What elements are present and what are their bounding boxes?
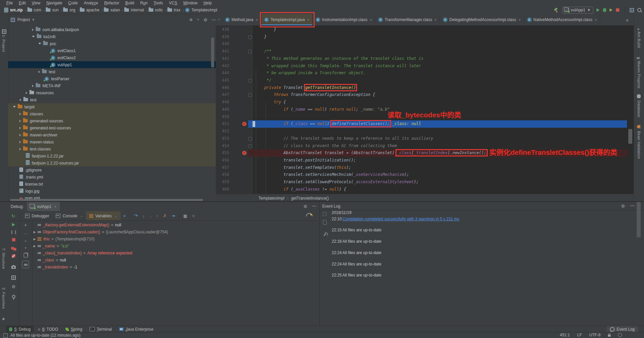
- breadcrumb-item[interactable]: xalan: [104, 8, 120, 12]
- settings-wrench-icon[interactable]: [323, 233, 326, 236]
- tree-collapsed-arrow[interactable]: [32, 85, 34, 87]
- line-number[interactable]: 442: [216, 55, 229, 63]
- line-number[interactable]: 454: [216, 142, 229, 150]
- code-line-451[interactable]: 451✓ if (_class == null) defineTransletC…: [216, 120, 634, 128]
- hide-panel-icon[interactable]: —: [312, 204, 316, 208]
- line-number[interactable]: 453: [216, 135, 229, 142]
- code-line-452[interactable]: 452: [216, 128, 634, 135]
- fold-marker-icon[interactable]: [248, 79, 252, 83]
- thread-dump-icon[interactable]: [11, 266, 16, 269]
- code-editor[interactable]: 438 }439 }440441 /**442 * This method ge…: [216, 25, 634, 194]
- line-number[interactable]: 457: [216, 164, 229, 172]
- line-separator[interactable]: LF: [577, 333, 582, 337]
- tree-item-poc[interactable]: poc: [8, 40, 216, 47]
- gear-icon[interactable]: ⚙: [12, 285, 16, 289]
- close-icon[interactable]: ×: [307, 18, 309, 22]
- close-icon[interactable]: ×: [370, 18, 372, 22]
- tree-collapsed-arrow[interactable]: [19, 113, 21, 115]
- code-line-460[interactable]: 460 if (_auxClasses != null) {: [216, 186, 634, 193]
- editor-tab-TemplatesImpl.java[interactable]: TemplatesImpl.java×: [261, 14, 313, 25]
- breakpoint-icon[interactable]: ✓: [242, 151, 247, 155]
- close-icon[interactable]: ×: [216, 14, 222, 25]
- tree-item-.travis.yml[interactable]: .travis.yml: [8, 174, 216, 181]
- tree-expanded-arrow[interactable]: [32, 36, 35, 37]
- code-line-444[interactable]: 444 * be wrapped inside a Transformer ob…: [216, 70, 634, 77]
- code-line-446[interactable]: 446 private Translet getTransletInstance…: [216, 84, 634, 92]
- tree-item-testParser[interactable]: testParser: [8, 75, 216, 82]
- breadcrumb-item[interactable]: TemplatesImpl: [185, 8, 217, 12]
- expand-arrow-icon[interactable]: ▶: [33, 230, 37, 234]
- code-line-459[interactable]: 459 translet.setAllowedProtocols(_access…: [216, 179, 634, 186]
- tree-expanded-arrow[interactable]: [13, 106, 16, 108]
- move-up-icon[interactable]: ▲: [24, 239, 27, 242]
- tree-item-fastjson-1.2.22.jar[interactable]: fastjson-1.2.22.jar: [8, 152, 216, 159]
- tree-item-generated-test-sources[interactable]: generated-test-sources: [8, 124, 216, 131]
- file-encoding[interactable]: UTF-8: [589, 333, 601, 337]
- line-number[interactable]: 455: [216, 149, 229, 157]
- toolwindow-button-event-log[interactable]: Event Log: [607, 326, 638, 332]
- breadcrumb-item[interactable]: org: [63, 8, 75, 12]
- code-line-445[interactable]: 445 */: [216, 77, 634, 84]
- view-breakpoints-icon[interactable]: [11, 247, 16, 251]
- step-over-icon[interactable]: ↷: [134, 213, 138, 218]
- tree-item-maven-status[interactable]: maven-status: [8, 138, 216, 145]
- gear-icon[interactable]: ⚙: [621, 204, 625, 209]
- variable-row[interactable]: ▶ooObjectFactory.findClassLoader()={Laun…: [33, 228, 318, 235]
- tree-collapsed-arrow[interactable]: [20, 99, 21, 101]
- event-log-entry[interactable]: 22:24All files are up-to-date: [332, 250, 381, 257]
- line-number[interactable]: 458: [216, 171, 229, 179]
- breadcrumb-item[interactable]: sun: [46, 8, 58, 12]
- hector-icon[interactable]: [618, 333, 622, 337]
- fold-marker-icon[interactable]: [248, 144, 252, 148]
- breadcrumb-item[interactable]: xsltc: [149, 8, 163, 12]
- event-log-entry[interactable]: 22:25All files are up-to-date: [332, 273, 381, 279]
- editor-tab-TransformerManager.class[interactable]: TransformerManager.class×: [375, 14, 440, 25]
- move-down-icon[interactable]: ▼: [24, 246, 27, 250]
- editor-tab-NativeMethodAccessorImpl.class[interactable]: NativeMethodAccessorImpl.class×: [524, 14, 600, 25]
- step-out-icon[interactable]: ↑: [156, 213, 159, 218]
- code-line-447[interactable]: 447 throws TransformerConfigurationExcep…: [216, 91, 634, 99]
- stop-icon[interactable]: [12, 238, 15, 241]
- code-line-442[interactable]: 442 * This method generates an instance …: [216, 55, 634, 63]
- breadcrumb-item[interactable]: internal: [124, 8, 144, 12]
- close-icon[interactable]: ×: [518, 18, 520, 22]
- force-step-into-icon[interactable]: ↓: [149, 213, 152, 218]
- line-number[interactable]: 447: [216, 91, 229, 99]
- menu-item-navigate[interactable]: Navigate: [43, 1, 65, 5]
- code-line-438[interactable]: 438 }: [216, 26, 634, 33]
- fold-marker-icon[interactable]: [248, 93, 252, 97]
- close-icon[interactable]: ×: [595, 18, 597, 22]
- editor-tab-Method.java[interactable]: Method.java×: [222, 14, 261, 25]
- toolwindow-button-ant-build[interactable]: Ant Build: [637, 31, 641, 48]
- mute-breakpoints-icon[interactable]: [12, 254, 15, 258]
- menu-item-run[interactable]: Run: [137, 1, 151, 5]
- event-text[interactable]: Compilation completed successfully with …: [342, 217, 459, 221]
- frames-icon[interactable]: ≡: [123, 214, 126, 218]
- tab-variables[interactable]: Variables→: [86, 211, 120, 220]
- tree-item-META-INF[interactable]: META-INF: [8, 82, 216, 89]
- run-to-cursor-icon[interactable]: ⇥: [171, 213, 175, 218]
- fold-marker-icon[interactable]: [248, 137, 252, 141]
- tree-item-vulApp1[interactable]: vulApp1: [8, 61, 216, 68]
- line-number[interactable]: 450: [216, 113, 229, 121]
- toolwindow-button-favorites[interactable]: 2: Favorites: [2, 288, 6, 309]
- menu-item-edit[interactable]: Edit: [16, 1, 29, 5]
- tree-item-logo.jpg[interactable]: logo.jpg: [8, 188, 216, 195]
- show-watches-toggle[interactable]: oo: [22, 261, 29, 268]
- code-line-443[interactable]: 443 * wrapped inside this Template. The …: [216, 63, 634, 70]
- tab-debugger[interactable]: Debugger: [22, 211, 53, 220]
- tree-collapsed-arrow[interactable]: [19, 120, 21, 122]
- chevron-down-icon[interactable]: ▼: [32, 18, 35, 21]
- tree-item-com.alibaba.fastjson[interactable]: com.alibaba.fastjson: [8, 26, 216, 33]
- collapse-all-icon[interactable]: ÷: [197, 17, 199, 22]
- close-icon[interactable]: ×: [435, 18, 437, 22]
- caret-position[interactable]: 451:1: [560, 333, 570, 337]
- line-number[interactable]: 443: [216, 63, 229, 70]
- breadcrumb-method[interactable]: getTransletInstance(): [291, 196, 329, 201]
- tree-collapsed-arrow[interactable]: [38, 71, 40, 73]
- toolwindow-button-terminal[interactable]: >_Terminal: [87, 326, 115, 332]
- breadcrumb-item[interactable]: trax: [167, 8, 180, 12]
- menu-item-code[interactable]: Code: [65, 1, 81, 5]
- code-line-441[interactable]: 441 /**: [216, 48, 634, 55]
- tree-item-fastjson-1.2.22-sources.jar[interactable]: fastjson-1.2.22-sources.jar: [8, 159, 216, 166]
